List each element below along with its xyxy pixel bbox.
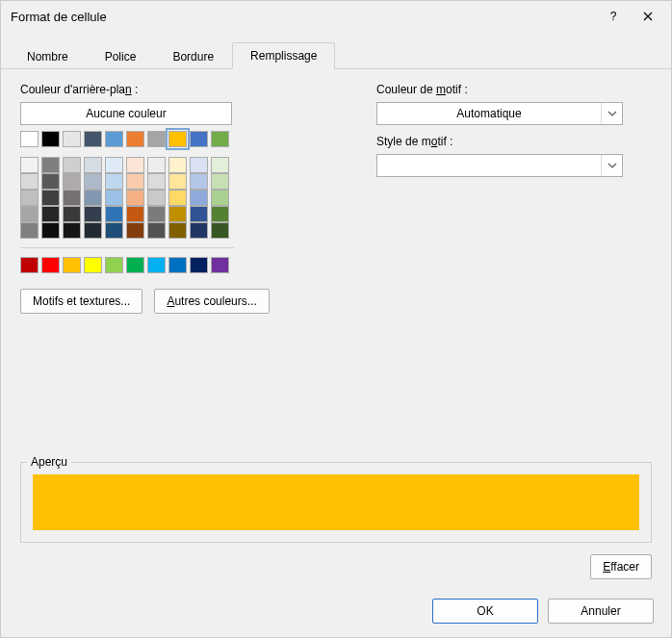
color-swatch[interactable] (168, 257, 187, 273)
color-swatch[interactable] (41, 257, 60, 273)
color-swatch[interactable] (168, 173, 187, 190)
chevron-down-icon (601, 155, 622, 176)
color-swatch[interactable] (147, 257, 166, 273)
cancel-button[interactable]: Annuler (548, 599, 654, 624)
color-swatch[interactable] (41, 222, 60, 239)
color-swatch[interactable] (84, 222, 102, 239)
color-swatch[interactable] (20, 257, 39, 273)
ok-button[interactable]: OK (432, 599, 538, 624)
color-swatch[interactable] (126, 206, 144, 222)
color-swatch[interactable] (168, 131, 187, 147)
color-swatch[interactable] (190, 206, 208, 222)
right-panel: Couleur de motif : Automatique Style de … (376, 83, 652, 314)
pattern-color-value: Automatique (377, 107, 601, 120)
color-swatch[interactable] (126, 131, 144, 147)
color-swatch[interactable] (105, 157, 123, 173)
color-swatch[interactable] (211, 190, 229, 206)
color-swatch[interactable] (84, 173, 102, 190)
fill-effects-button[interactable]: Motifs et textures... (20, 289, 142, 314)
color-swatch[interactable] (168, 190, 187, 206)
color-swatch[interactable] (190, 131, 208, 147)
color-swatch[interactable] (190, 222, 208, 239)
preview-label: Aperçu (27, 455, 71, 469)
color-swatch[interactable] (20, 157, 39, 173)
color-swatch[interactable] (20, 222, 39, 239)
tab-nombre[interactable]: Nombre (9, 43, 87, 69)
color-swatch[interactable] (126, 173, 144, 190)
color-swatch[interactable] (126, 190, 144, 206)
color-swatch[interactable] (168, 206, 187, 222)
color-swatch[interactable] (63, 190, 81, 206)
color-swatch[interactable] (190, 190, 208, 206)
color-swatch[interactable] (147, 131, 166, 147)
color-swatch[interactable] (105, 173, 123, 190)
color-swatch[interactable] (147, 222, 166, 239)
color-swatch[interactable] (84, 206, 102, 222)
no-color-button[interactable]: Aucune couleur (20, 102, 232, 125)
color-swatch[interactable] (63, 131, 81, 147)
color-swatch[interactable] (84, 131, 102, 147)
color-swatch[interactable] (168, 222, 187, 239)
color-swatch[interactable] (211, 222, 229, 239)
color-swatch[interactable] (63, 206, 81, 222)
color-swatch[interactable] (84, 257, 102, 273)
color-swatch[interactable] (190, 257, 208, 273)
color-swatch[interactable] (41, 131, 60, 147)
color-swatch[interactable] (41, 157, 60, 173)
clear-button[interactable]: Effacer (590, 554, 652, 579)
color-swatch[interactable] (105, 190, 123, 206)
color-swatch[interactable] (168, 157, 187, 173)
help-button[interactable]: ? (596, 3, 631, 30)
color-swatch[interactable] (211, 173, 229, 190)
color-swatch[interactable] (147, 173, 166, 190)
dialog-content: Couleur d'arrière-plan : Aucune couleur … (1, 69, 671, 589)
color-swatch[interactable] (20, 131, 39, 147)
pattern-style-label: Style de motif : (376, 135, 652, 148)
pattern-color-label: Couleur de motif : (376, 83, 652, 96)
color-palette (20, 131, 261, 273)
tabs: NombrePoliceBordureRemplissage (1, 32, 671, 69)
pattern-style-select[interactable] (376, 154, 623, 177)
color-swatch[interactable] (63, 257, 81, 273)
color-swatch[interactable] (20, 206, 39, 222)
color-swatch[interactable] (41, 206, 60, 222)
tab-bordure[interactable]: Bordure (154, 43, 232, 69)
color-swatch[interactable] (20, 173, 39, 190)
close-icon (643, 12, 653, 21)
more-colors-button[interactable]: Autres couleurs... (154, 289, 269, 314)
color-swatch[interactable] (147, 157, 166, 173)
color-swatch[interactable] (84, 190, 102, 206)
color-swatch[interactable] (41, 190, 60, 206)
titlebar: Format de cellule ? (1, 1, 671, 32)
color-swatch[interactable] (63, 222, 81, 239)
color-swatch[interactable] (63, 157, 81, 173)
chevron-down-icon (601, 103, 622, 124)
color-swatch[interactable] (147, 206, 166, 222)
color-swatch[interactable] (84, 157, 102, 173)
color-swatch[interactable] (147, 190, 166, 206)
color-swatch[interactable] (126, 257, 144, 273)
preview-section: Aperçu (20, 462, 652, 543)
pattern-color-select[interactable]: Automatique (376, 102, 623, 125)
tab-police[interactable]: Police (87, 43, 155, 69)
color-swatch[interactable] (126, 157, 144, 173)
color-swatch[interactable] (190, 157, 208, 173)
color-swatch[interactable] (211, 131, 229, 147)
close-button[interactable] (631, 3, 665, 30)
color-swatch[interactable] (105, 222, 123, 239)
color-swatch[interactable] (105, 131, 123, 147)
color-swatch[interactable] (20, 190, 39, 206)
color-swatch[interactable] (190, 173, 208, 190)
help-icon: ? (610, 10, 617, 23)
color-swatch[interactable] (211, 206, 229, 222)
color-swatch[interactable] (63, 173, 81, 190)
color-swatch[interactable] (105, 206, 123, 222)
preview-swatch (33, 474, 639, 530)
color-swatch[interactable] (211, 257, 229, 273)
color-swatch[interactable] (211, 157, 229, 173)
color-swatch[interactable] (105, 257, 123, 273)
tab-remplissage[interactable]: Remplissage (232, 42, 335, 69)
left-panel: Couleur d'arrière-plan : Aucune couleur … (20, 83, 328, 314)
color-swatch[interactable] (126, 222, 144, 239)
color-swatch[interactable] (41, 173, 60, 190)
